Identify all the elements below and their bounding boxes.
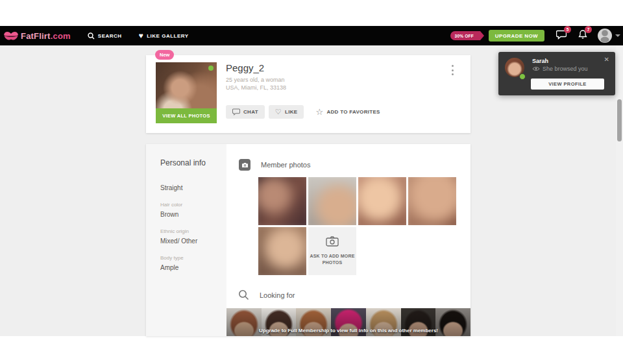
like-button[interactable]: ♡ LIKE <box>269 105 304 119</box>
looking-for-title: Looking for <box>260 291 295 299</box>
notifications-count-badge: 7 <box>585 26 592 33</box>
top-nav-bar: FatFlirt.com SEARCH ♥ LIKE GALLERY 30% O… <box>0 26 623 45</box>
chat-button[interactable]: CHAT <box>226 105 265 119</box>
messages-count-badge: 5 <box>564 26 571 33</box>
scrollbar-thumb[interactable] <box>617 99 622 141</box>
view-all-photos-button[interactable]: VIEW ALL PHOTOS <box>156 108 217 123</box>
nav-messages[interactable]: 5 <box>556 30 567 42</box>
logo-text: FatFlirt.com <box>21 31 71 41</box>
member-photo-4[interactable] <box>408 177 456 225</box>
add-to-favorites-link[interactable]: ☆ ADD TO FAVORITES <box>315 108 380 116</box>
lips-icon <box>3 31 19 41</box>
ask-add-more-photos-label: ASK TO ADD MORE PHOTOS <box>308 253 356 266</box>
search-icon <box>238 289 249 300</box>
online-status-dot <box>519 73 526 80</box>
eye-icon <box>532 66 540 71</box>
field-label-hair-color: Hair color <box>160 202 182 208</box>
browsed-you-popup: Sarah She browsed you VIEW PROFILE ✕ <box>498 52 615 95</box>
field-value-body-type: Ample <box>160 264 178 271</box>
ask-add-more-photos-tile[interactable]: ASK TO ADD MORE PHOTOS <box>308 227 356 275</box>
profile-age-line: 25 years old, a woman <box>226 77 285 83</box>
new-member-badge: New <box>155 50 174 60</box>
member-photo-5[interactable] <box>258 227 306 275</box>
member-photo-1[interactable] <box>258 177 306 225</box>
discount-badge[interactable]: 30% OFF <box>450 31 480 40</box>
field-label-ethnic-origin: Ethnic origin <box>160 228 189 234</box>
field-value-ethnic-origin: Mixed/ Other <box>160 237 197 245</box>
sidebar-title: Personal info <box>160 158 206 167</box>
nav-right-group: 30% OFF UPGRADE NOW 5 7 <box>450 26 623 45</box>
camera-outline-icon <box>326 236 339 247</box>
heart-icon: ♥ <box>139 32 144 40</box>
view-profile-button[interactable]: VIEW PROFILE <box>531 79 604 90</box>
profile-detail-card: Personal info Orientation Straight Hair … <box>146 144 470 336</box>
profile-main-area: Member photos ASK TO ADD MORE PHOTOS Loo… <box>226 144 470 336</box>
popup-message: She browsed you <box>532 66 588 72</box>
chat-bubble-icon <box>232 108 240 115</box>
field-value-hair-color: Brown <box>160 211 178 218</box>
scrollbar-track[interactable] <box>616 45 623 336</box>
upgrade-now-button[interactable]: UPGRADE NOW <box>489 30 544 42</box>
star-outline-icon: ☆ <box>315 108 323 116</box>
site-logo[interactable]: FatFlirt.com <box>3 31 71 41</box>
field-value-orientation: Straight <box>160 184 182 191</box>
personal-info-sidebar: Personal info Orientation Straight Hair … <box>146 144 226 336</box>
nav-search[interactable]: SEARCH <box>88 32 122 40</box>
online-status-dot <box>208 66 214 71</box>
nav-like-gallery[interactable]: ♥ LIKE GALLERY <box>139 32 189 40</box>
more-options-menu[interactable] <box>448 64 457 76</box>
member-photos-title: Member photos <box>261 161 310 169</box>
field-label-body-type: Body type <box>160 255 184 261</box>
account-avatar[interactable] <box>598 29 612 43</box>
member-photo-2[interactable] <box>308 177 356 225</box>
profile-header-card: New VIEW ALL PHOTOS Peggy_2 25 years old… <box>146 55 470 133</box>
heart-outline-icon: ♡ <box>275 108 282 115</box>
popup-user-name: Sarah <box>532 58 548 64</box>
upgrade-banner[interactable]: Upgrade to Full Membership to view full … <box>226 308 470 336</box>
profile-location-line: USA, Miami, FL, 33138 <box>226 84 286 91</box>
profile-name: Peggy_2 <box>226 62 264 73</box>
search-icon <box>88 32 95 40</box>
close-icon[interactable]: ✕ <box>603 55 611 64</box>
nav-notifications[interactable]: 7 <box>578 30 587 42</box>
looking-for-header: Looking for <box>238 289 295 300</box>
banner-text: Upgrade to Full Membership to view full … <box>226 328 470 334</box>
member-photos-header: Member photos <box>239 159 310 171</box>
camera-icon <box>239 159 250 171</box>
chevron-down-icon[interactable] <box>615 34 620 37</box>
member-photo-3[interactable] <box>358 177 406 225</box>
profile-action-row: CHAT ♡ LIKE ☆ ADD TO FAVORITES <box>226 105 380 119</box>
